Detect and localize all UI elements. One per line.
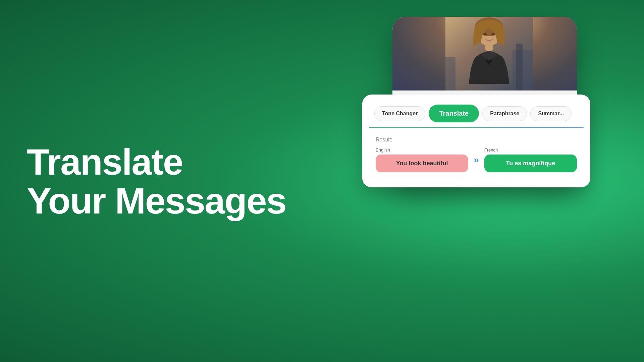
translate-button[interactable]: Translate [429,105,479,122]
svg-rect-9 [516,44,523,90]
arrow-icon: » [474,155,479,165]
source-lang-label: English [376,147,468,153]
translation-row: English You look beautiful » French Tu e… [376,147,577,172]
headline-line2: Your Messages [27,181,286,220]
translation-target: French Tu es magnifique [484,147,577,172]
paraphrase-button[interactable]: Paraphrase [482,106,527,121]
post-photo [392,17,577,90]
svg-point-6 [491,33,495,35]
headline-line1: Translate [27,142,286,181]
result-label: Result: [376,137,577,143]
panel-divider [369,127,584,128]
woman-figure [445,17,533,90]
floating-panel: Tone Changer Translate Paraphrase Summar… [362,95,590,187]
translation-source: English You look beautiful [376,147,468,172]
result-area: Result: English You look beautiful » Fre… [369,132,584,179]
tone-changer-button[interactable]: Tone Changer [374,106,425,121]
svg-point-5 [483,33,487,35]
source-bubble: You look beautiful [376,155,468,172]
phone-mockup: Amy2696 Exploring Paris! ← Comments a s … [392,17,577,184]
left-content: Translate Your Messages [27,142,286,220]
summarize-button[interactable]: Summar... [530,106,571,121]
target-bubble: Tu es magnifique [484,155,577,172]
ai-tools-bar: Tone Changer Translate Paraphrase Summar… [369,100,584,127]
headline: Translate Your Messages [27,142,286,220]
svg-rect-7 [445,57,455,90]
svg-rect-4 [485,44,493,51]
target-lang-label: French [484,147,577,153]
